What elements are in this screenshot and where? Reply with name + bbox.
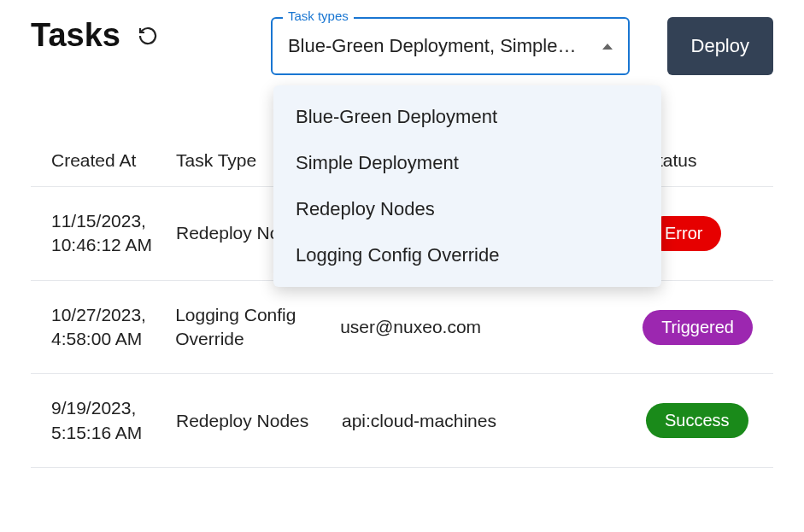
column-header-status: Status: [646, 150, 773, 171]
chevron-up-icon: [602, 44, 613, 50]
cell-status: Success: [646, 403, 773, 438]
cell-type: Redeploy Nodes: [176, 409, 321, 433]
refresh-icon[interactable]: [136, 24, 160, 48]
column-header-created: Created At: [31, 150, 176, 171]
cell-created: 11/15/2023, 10:46:12 AM: [31, 209, 176, 258]
cell-triggered-by: api:cloud-machines: [321, 411, 646, 431]
page-title: Tasks: [31, 17, 120, 54]
task-types-option[interactable]: Simple Deployment: [273, 140, 661, 186]
cell-triggered-by: user@nuxeo.com: [320, 317, 643, 337]
task-types-option[interactable]: Logging Config Override: [273, 232, 661, 278]
status-badge: Triggered: [643, 310, 753, 345]
status-badge: Success: [646, 403, 748, 438]
table-row: 9/19/2023, 5:15:16 AM Redeploy Nodes api…: [31, 374, 773, 468]
cell-created: 9/19/2023, 5:15:16 AM: [31, 396, 176, 445]
cell-status: Triggered: [643, 310, 773, 345]
cell-status: Error: [646, 216, 773, 251]
task-types-selected-value: Blue-Green Deployment, Simple…: [288, 35, 592, 57]
task-types-option[interactable]: Redeploy Nodes: [273, 186, 661, 232]
task-types-select[interactable]: Blue-Green Deployment, Simple…: [271, 17, 630, 75]
cell-type: Logging Config Override: [175, 303, 320, 352]
deploy-button[interactable]: Deploy: [667, 17, 773, 75]
cell-created: 10/27/2023, 4:58:00 AM: [31, 303, 175, 352]
task-types-option[interactable]: Blue-Green Deployment: [273, 94, 661, 140]
task-types-dropdown: Blue-Green Deployment Simple Deployment …: [273, 85, 661, 287]
table-row: 10/27/2023, 4:58:00 AM Logging Config Ov…: [31, 281, 773, 375]
task-types-label: Task types: [283, 9, 354, 23]
